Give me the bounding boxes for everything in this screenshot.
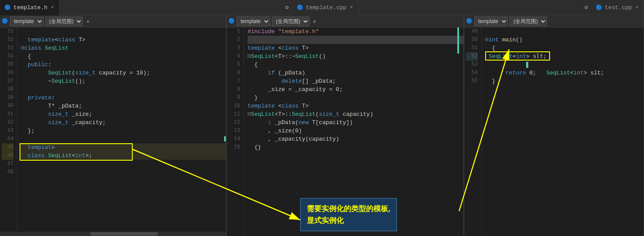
code-line: SeqList(size_t capacity = 10);	[21, 69, 226, 77]
code-area-left: 31 32 33 34 35 36 37 38 39 40 41 42 43 4…	[0, 27, 226, 236]
code-line: T* _pData;	[21, 102, 226, 110]
code-lines-left: template<class T> ⊟class SeqList { publi…	[17, 27, 226, 236]
tab-label-cpp: template.cpp	[306, 4, 347, 11]
code-line: public:	[21, 61, 226, 69]
code-line: template <class T>	[248, 44, 463, 52]
scope-select-left[interactable]: (全局范围)	[45, 17, 83, 26]
tab-close-cpp[interactable]: ×	[349, 4, 354, 11]
code-line: size_t _capacity;	[21, 118, 226, 127]
code-line	[21, 160, 226, 168]
code-line: ⊟SeqList<T>::~SeqList()	[248, 52, 463, 61]
file-indicator-center: 🔵	[228, 18, 235, 24]
file-select-left[interactable]: template	[10, 17, 44, 26]
code-line: private:	[21, 94, 226, 102]
code-line: {}	[248, 143, 463, 152]
tab-template-cpp[interactable]: 🔵 template.cpp ×	[292, 0, 359, 15]
code-line: {	[485, 44, 644, 52]
code-line: , _size(0)	[248, 127, 463, 135]
green-indicator-center	[457, 27, 459, 54]
add-panel-btn-left[interactable]: +	[84, 18, 91, 25]
scope-select-right[interactable]: (全局范围)	[510, 17, 547, 26]
code-line-highlighted-45: template	[21, 143, 226, 152]
h-scrollbar-left[interactable]	[0, 232, 226, 236]
tab-template-h[interactable]: 🔵 template.h ×	[0, 0, 60, 15]
code-line: template<class T>	[21, 36, 226, 44]
tab-close-h[interactable]: ×	[50, 4, 55, 11]
code-lines-center: #include "template.h" template <class T>…	[244, 27, 463, 236]
code-line	[21, 168, 226, 176]
code-line	[485, 27, 644, 36]
tab-close-test[interactable]: ×	[634, 4, 639, 11]
file-indicator-right: 🔵	[466, 18, 473, 24]
green-indicator-left	[224, 136, 226, 142]
code-line: #include "template.h"	[248, 27, 463, 36]
code-line: ⊟class SeqList	[21, 44, 226, 52]
add-panel-btn-center[interactable]: +	[311, 18, 318, 25]
toolbar-center: 🔵 template (全局范围) +	[227, 15, 463, 27]
scope-select-center[interactable]: (全局范围)	[272, 17, 309, 26]
tab-label-test: test.cpp	[605, 4, 632, 11]
code-line: _size = _capacity = 0;	[248, 85, 463, 94]
tab-label-h: template.h	[13, 4, 47, 11]
panel-right: 🔵 template (全局范围) 49 50 51 52 53 54 55	[464, 15, 644, 236]
file-select-center[interactable]: template	[237, 17, 270, 26]
code-line-selected	[248, 36, 463, 44]
code-line: , _capacity(capacity)	[248, 135, 463, 143]
file-icon-h: 🔵	[4, 4, 11, 11]
tab-test-cpp[interactable]: 🔵 test.cpp ×	[591, 0, 644, 15]
file-icon-cpp: 🔵	[297, 4, 303, 11]
code-line: ⊟SeqList<T>::SeqList(size_t capacity)	[248, 110, 463, 118]
code-line: delete[] _pData;	[248, 77, 463, 85]
panel-center: 🔵 template (全局范围) + 1 2 3 4 5 6 7	[227, 15, 464, 236]
code-line	[21, 85, 226, 94]
cursor-indicator	[526, 62, 528, 68]
code-line: size_t _size;	[21, 110, 226, 118]
h-scrollbar-thumb-left[interactable]	[91, 232, 158, 236]
code-line	[21, 27, 226, 36]
toolbar-right: 🔵 template (全局范围)	[464, 15, 644, 27]
tab-settings-cpp[interactable]: ⚙	[581, 4, 591, 11]
panel-left: 🔵 template (全局范围) + 31 32 33 34 35 36 37	[0, 15, 226, 236]
editor-container: 🔵 template.h × ⚙ 🔵 template.cpp × ⚙ 🔵 te…	[0, 0, 644, 236]
code-line: }	[248, 94, 463, 102]
file-icon-test: 🔵	[596, 4, 602, 11]
file-select-right[interactable]: template	[474, 17, 508, 26]
line-numbers-left: 31 32 33 34 35 36 37 38 39 40 41 42 43 4…	[0, 27, 17, 236]
line-numbers-right: 49 50 51 52 53 54 55	[464, 27, 482, 236]
code-lines-right: ⊟int main() { SeqList<int> slt; return 0…	[482, 27, 644, 236]
code-line: ~SeqList();	[21, 77, 226, 85]
code-line-highlighted-46: class SeqList<int>;	[21, 152, 226, 160]
code-area-center: 1 2 3 4 5 6 7 8 9 10 11 12 13 14 15	[227, 27, 463, 236]
tab-bar: 🔵 template.h × ⚙ 🔵 template.cpp × ⚙ 🔵 te…	[0, 0, 644, 15]
tab-settings-h[interactable]: ⚙	[282, 4, 292, 11]
code-line: {	[248, 61, 463, 69]
code-area-right: 49 50 51 52 53 54 55 ⊟int main() { SeqLi…	[464, 27, 644, 236]
code-line: ⊟int main()	[485, 36, 644, 44]
code-line: SeqList<int> slt;	[485, 52, 644, 61]
code-line: template <class T>	[248, 102, 463, 110]
code-line: if (_pData)	[248, 69, 463, 77]
panels-container: 🔵 template (全局范围) + 31 32 33 34 35 36 37	[0, 15, 644, 236]
toolbar-left: 🔵 template (全局范围) +	[0, 15, 226, 27]
code-line: : _pData(new T[capacity])	[248, 118, 463, 127]
file-indicator-left: 🔵	[2, 18, 8, 24]
line-numbers-center: 1 2 3 4 5 6 7 8 9 10 11 12 13 14 15	[227, 27, 244, 236]
code-line: };	[21, 127, 226, 135]
code-line	[21, 135, 226, 143]
code-line: {	[21, 52, 226, 61]
